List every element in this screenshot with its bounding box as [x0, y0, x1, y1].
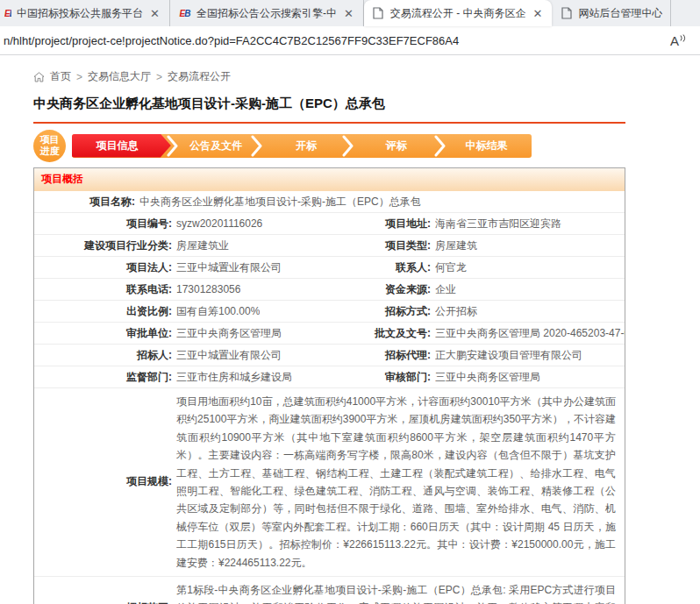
field-value: 项目用地面积约10亩，总建筑面积约41000平方米，计容面积约30010平方米（… — [176, 393, 625, 572]
browser-tab-bar: EB中国招标投标公共服务平台✕EB全国招标公告公示搜索引擎-中✕交易流程公开 -… — [0, 0, 700, 26]
info-cell: 招标人:三亚中城置业有限公司 — [34, 348, 330, 363]
field-label: 项目类型: — [330, 238, 435, 253]
page-title: 中央商务区企业孵化基地项目设计-采购-施工（EPC）总承包 — [33, 96, 700, 112]
info-cell: 招标方式:公开招标 — [330, 304, 625, 319]
step-chevron-icon — [251, 134, 262, 158]
page-favicon-icon — [372, 7, 385, 19]
info-row-8: 监督部门:三亚市住房和城乡建设局审核部门:三亚中央商务区管理局 — [34, 366, 625, 388]
info-row-4: 联系电话:17301283056资金来源:企业 — [34, 279, 625, 301]
field-label: 建设项目行业分类: — [34, 238, 176, 253]
field-label: 项目地址: — [330, 217, 435, 231]
info-cell: 审核部门:三亚中央商务区管理局 — [330, 370, 625, 385]
info-cell: 联系人:何官龙 — [330, 260, 625, 275]
tab-close-icon[interactable]: ✕ — [342, 8, 355, 19]
field-label: 项目规模: — [34, 474, 176, 489]
field-label: 审批单位: — [34, 326, 176, 341]
browser-tab-2[interactable]: 交易流程公开 - 中央商务区企✕ — [364, 0, 553, 26]
breadcrumb-item-0[interactable]: 首页 — [50, 69, 71, 84]
field-label: 资金来源: — [330, 282, 435, 297]
breadcrumb: 首页>交易信息大厅>交易流程公开 — [33, 69, 700, 84]
browser-address-bar: n/hlht/project/project-ce!projectNotice.… — [0, 26, 700, 55]
field-value: 房屋建筑业 — [176, 238, 229, 253]
title-divider — [33, 122, 625, 124]
field-label: 项目法人: — [34, 260, 176, 275]
info-cell: 招标代理:正大鹏安建设项目管理有限公司 — [330, 348, 625, 363]
progress-bar: 项目信息公告及文件开标评标中标结果 — [72, 134, 532, 158]
field-label: 联系人: — [330, 260, 435, 275]
field-label: 项目编号: — [34, 217, 176, 231]
field-label: 监督部门: — [34, 370, 176, 385]
info-cell: 项目地址:海南省三亚市吉阳区迎宾路 — [330, 217, 625, 231]
info-cell: 审批单位:三亚中央商务区管理局 — [34, 326, 330, 341]
field-value: 17301283056 — [176, 283, 240, 295]
field-value: 中央商务区企业孵化基地项目设计-采购-施工（EPC）总承包 — [139, 195, 421, 210]
progress-step-4[interactable]: 中标结果 — [441, 134, 532, 158]
progress-tracker: 项目 进度 项目信息公告及文件开标评标中标结果 — [33, 128, 700, 163]
step-chevron-icon — [434, 134, 446, 158]
browser-tab-1[interactable]: EB全国招标公告公示搜索引擎-中✕ — [170, 0, 364, 26]
field-value: 三亚中城置业有限公司 — [176, 348, 282, 363]
field-value: syzw20201116026 — [176, 217, 262, 230]
tab-title: 网站后台管理中心 — [578, 6, 662, 21]
progress-step-2[interactable]: 开标 — [261, 134, 352, 158]
step-chevron-icon — [167, 134, 178, 158]
breadcrumb-item-1[interactable]: 交易信息大厅 — [88, 69, 151, 84]
field-label: 招标人: — [34, 348, 176, 363]
breadcrumb-separator: > — [156, 71, 162, 83]
browser-tab-3[interactable]: 网站后台管理中心 — [552, 0, 671, 26]
field-label: 出资比例: — [34, 304, 176, 319]
progress-step-3[interactable]: 评标 — [351, 134, 441, 158]
bidding-logo-favicon-icon: EB — [178, 7, 191, 19]
info-row-9: 项目规模:项目用地面积约10亩，总建筑面积约41000平方米，计容面积约3001… — [34, 388, 625, 577]
field-label: 招标代理: — [330, 348, 435, 363]
info-row-2: 建设项目行业分类:房屋建筑业项目类型:房屋建筑 — [34, 235, 625, 257]
info-cell: 出资比例:国有自筹100.00% — [34, 304, 330, 319]
field-value: 三亚市住房和城乡建设局 — [176, 370, 292, 385]
progress-badge: 项目 进度 — [33, 130, 66, 162]
field-label: 招标范围: — [34, 600, 176, 604]
step-chevron-icon — [342, 134, 354, 158]
progress-step-0[interactable]: 项目信息 — [72, 134, 171, 158]
info-row-1: 项目编号:syzw20201116026项目地址:海南省三亚市吉阳区迎宾路 — [34, 213, 625, 235]
tab-close-icon[interactable]: ✕ — [531, 8, 544, 19]
browser-tab-0[interactable]: EB中国招标投标公共服务平台✕ — [0, 0, 170, 26]
field-value: 三亚中央商务区管理局 — [176, 326, 282, 341]
field-label: 审核部门: — [330, 370, 435, 385]
info-row-5: 出资比例:国有自筹100.00%招标方式:公开招标 — [34, 301, 625, 323]
tab-title: 交易流程公开 - 中央商务区企 — [390, 6, 526, 21]
field-label: 批文及文号: — [330, 326, 435, 341]
field-value: 第1标段-中央商务区企业孵化基地项目设计-采购-施工（EPC）总承包: 采用EP… — [176, 581, 625, 604]
progress-step-1[interactable]: 公告及文件 — [171, 134, 261, 158]
info-row-10: 招标范围:第1标段-中央商务区企业孵化基地项目设计-采购-施工（EPC）总承包:… — [34, 577, 625, 604]
field-value: 三亚中央商务区管理局 2020-465203-47-03-015127 — [435, 326, 625, 341]
info-cell: 监督部门:三亚市住房和城乡建设局 — [34, 370, 330, 385]
project-panel: 项目概括 项目名称:中央商务区企业孵化基地项目设计-采购-施工（EPC）总承包项… — [33, 167, 625, 604]
section-header-overview: 项目概括 — [34, 168, 625, 191]
info-cell: 联系电话:17301283056 — [34, 282, 330, 297]
info-cell: 项目法人:三亚中城置业有限公司 — [34, 260, 330, 275]
field-label: 项目名称: — [34, 195, 139, 210]
field-value: 房屋建筑 — [435, 238, 477, 253]
tab-close-icon[interactable]: ✕ — [148, 8, 161, 19]
info-row-3: 项目法人:三亚中城置业有限公司联系人:何官龙 — [34, 257, 625, 279]
breadcrumb-separator: > — [76, 71, 82, 83]
info-cell: 批文及文号:三亚中央商务区管理局 2020-465203-47-03-01512… — [330, 326, 625, 341]
field-value: 海南省三亚市吉阳区迎宾路 — [435, 217, 561, 231]
field-value: 国有自筹100.00% — [176, 304, 260, 319]
info-row-7: 招标人:三亚中城置业有限公司招标代理:正大鹏安建设项目管理有限公司 — [34, 345, 625, 366]
home-icon — [33, 72, 45, 82]
read-aloud-icon[interactable]: A — [665, 32, 691, 50]
info-cell: 资金来源:企业 — [330, 282, 625, 297]
field-label: 联系电话: — [34, 282, 176, 297]
field-value: 何官龙 — [435, 260, 467, 275]
info-cell: 项目名称:中央商务区企业孵化基地项目设计-采购-施工（EPC）总承包 — [34, 195, 625, 210]
bidding-logo-favicon-icon: EB — [4, 7, 11, 19]
url-field[interactable]: n/hlht/project/project-ce!projectNotice.… — [4, 34, 665, 47]
field-value: 企业 — [435, 282, 456, 297]
breadcrumb-item-2[interactable]: 交易流程公开 — [168, 69, 231, 84]
progress-badge-line2: 进度 — [40, 146, 60, 157]
tab-title: 中国招标投标公共服务平台 — [17, 6, 143, 21]
info-cell: 项目编号:syzw20201116026 — [34, 217, 330, 231]
page-favicon-icon — [560, 7, 573, 19]
progress-badge-line1: 项目 — [40, 134, 60, 146]
